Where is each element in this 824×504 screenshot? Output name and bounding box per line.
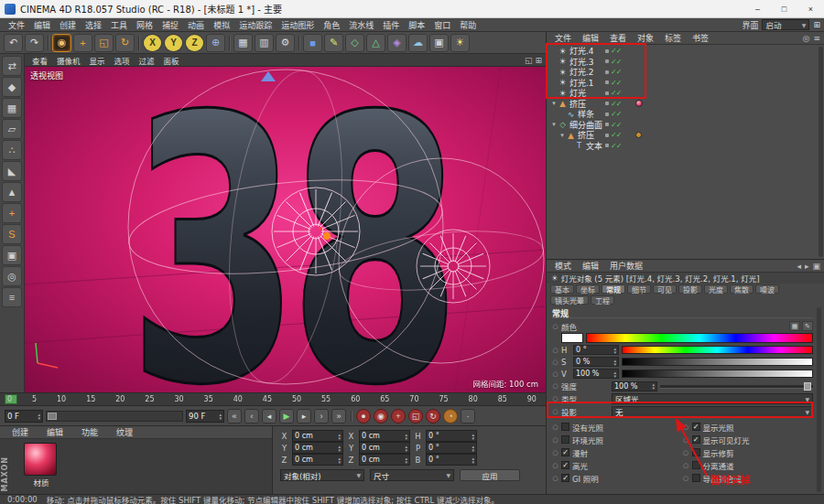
keyframe-dot-icon[interactable]: ○ xyxy=(552,359,558,366)
visibility-dot[interactable] xyxy=(605,102,609,105)
tool-list-button[interactable]: ≡ xyxy=(2,287,22,307)
size-mode-select[interactable]: 尺寸 ▼ xyxy=(370,469,454,481)
option-checkbox[interactable]: ○ ✓ 显示可见灯光 xyxy=(683,434,814,445)
enable-snap-button[interactable]: S xyxy=(2,224,22,244)
object-menu-item[interactable]: 对象 xyxy=(633,32,658,44)
spinner-icon[interactable]: ▴▾ xyxy=(338,433,341,440)
toolbar-button[interactable] xyxy=(46,34,50,52)
material-menu-item[interactable]: 纹理 xyxy=(112,426,137,438)
attribute-tab[interactable]: 坐标 xyxy=(576,284,600,294)
object-label[interactable]: 文本 xyxy=(586,140,602,152)
spinner-icon[interactable]: ▴▾ xyxy=(405,456,407,464)
spinner-icon[interactable]: ▴▾ xyxy=(219,413,222,420)
enable-checks[interactable]: ✓✓ xyxy=(611,68,621,76)
play-forwards-button[interactable]: ▶ xyxy=(279,409,294,424)
attribute-menu-item[interactable]: 编辑 xyxy=(578,260,603,272)
size-field[interactable]: 0 cm▴▾ xyxy=(359,454,410,466)
color-picker-button[interactable]: ✎ xyxy=(802,321,813,331)
menu-item[interactable]: 工具 xyxy=(106,19,132,31)
scrollbar[interactable] xyxy=(817,307,821,492)
scrollbar[interactable] xyxy=(819,47,823,257)
spinner-icon[interactable]: ▴▾ xyxy=(613,359,616,366)
timeline-ruler[interactable]: 051015202530354045505560657075808590 xyxy=(0,392,546,405)
checkbox-box[interactable]: ✓ xyxy=(561,461,569,469)
render-settings-button[interactable]: ⚙ xyxy=(276,34,295,52)
object-menu-item[interactable]: 查看 xyxy=(605,32,631,44)
coordinate-mode-select[interactable]: 对象(相对) ▼ xyxy=(280,469,364,481)
option-checkbox[interactable]: ○ ✓ 显示修剪 xyxy=(683,447,814,457)
search-icon[interactable]: ◎ xyxy=(803,34,810,43)
attribute-tab[interactable]: 工程 xyxy=(591,295,614,305)
saturation-field[interactable]: 0 %▴▾ xyxy=(573,357,619,367)
material-thumbnail[interactable] xyxy=(24,443,57,476)
rotation-field[interactable]: 0 °▴▾ xyxy=(426,442,477,454)
color-swatch[interactable] xyxy=(561,333,583,343)
record-pla-button[interactable]: ∙ xyxy=(461,409,475,424)
object-menu-item[interactable]: 编辑 xyxy=(578,32,603,44)
solo-mode-button[interactable]: ◎ xyxy=(2,266,22,286)
menu-item[interactable]: 角色 xyxy=(319,19,344,31)
option-checkbox[interactable]: ○ ✓ 高光 xyxy=(552,460,683,470)
position-field[interactable]: 0 cm▴▾ xyxy=(292,442,343,454)
attribute-tab[interactable]: 投影 xyxy=(678,284,702,294)
checkbox-box[interactable]: ✓ xyxy=(692,461,700,469)
phong-tag-icon[interactable] xyxy=(635,132,642,138)
history-forward-icon[interactable]: ▸ xyxy=(805,262,809,271)
record-keyframe-button[interactable]: ● xyxy=(356,409,371,424)
move-button[interactable]: + xyxy=(73,34,92,52)
viewport-canvas[interactable]: 38 xyxy=(25,67,546,392)
checkbox-box[interactable]: ✓ xyxy=(692,448,700,456)
enable-checks[interactable]: ✓✓ xyxy=(611,142,621,150)
option-checkbox[interactable]: ○ ✓ 导出到合成 xyxy=(683,473,814,483)
checkbox-box[interactable]: ✓ xyxy=(561,448,569,456)
render-picture-viewer-button[interactable]: ▥ xyxy=(255,34,274,52)
goto-prev-key-button[interactable]: ‹ xyxy=(244,409,259,424)
position-field[interactable]: 0 cm▴▾ xyxy=(292,430,343,442)
polygons-mode-button[interactable]: ▲ xyxy=(2,182,22,202)
attribute-tab[interactable]: 光度 xyxy=(704,284,728,294)
keyframe-dot-icon[interactable]: ○ xyxy=(552,395,558,402)
menu-item[interactable]: 插件 xyxy=(378,19,404,31)
size-field[interactable]: 0 cm▴▾ xyxy=(359,442,410,454)
keyframe-dot-icon[interactable]: ○ xyxy=(552,347,558,354)
expander-icon[interactable]: ▾ xyxy=(558,132,566,139)
rotation-field[interactable]: 0 °▴▾ xyxy=(426,454,477,466)
lock-z-axis-button[interactable]: Z xyxy=(185,34,204,52)
goto-end-button[interactable]: » xyxy=(331,409,346,424)
make-editable-button[interactable]: ⇄ xyxy=(2,56,22,76)
redo-button[interactable]: ↷ xyxy=(25,34,44,52)
menu-item[interactable]: 运动跟踪 xyxy=(234,19,276,31)
menu-item[interactable]: 编辑 xyxy=(29,19,55,31)
enable-checks[interactable]: ✓✓ xyxy=(611,58,621,66)
rotate-button[interactable]: ↻ xyxy=(115,34,135,52)
workplane-mode-button[interactable]: ▱ xyxy=(2,119,22,139)
record-position-button[interactable]: + xyxy=(391,409,406,424)
visibility-dot[interactable] xyxy=(605,134,609,137)
menu-item[interactable]: 帮助 xyxy=(455,19,481,31)
color-spectrum-bar[interactable] xyxy=(586,333,813,343)
apply-button[interactable]: 应用 xyxy=(460,469,520,481)
viewport-menu-item[interactable]: 显示 xyxy=(86,55,109,66)
checkbox-box[interactable]: ✓ xyxy=(692,474,700,482)
hue-slider[interactable] xyxy=(622,346,813,354)
add-cube-button[interactable]: ■ xyxy=(303,34,322,52)
attribute-menu-item[interactable]: 用户数据 xyxy=(605,260,647,272)
material-name[interactable]: 材质 xyxy=(24,477,59,488)
add-spline-button[interactable]: ✎ xyxy=(324,34,343,52)
add-camera-button[interactable]: ▣ xyxy=(429,34,449,52)
layout-grid-icon[interactable]: ⊞ xyxy=(813,20,820,29)
enable-checks[interactable]: ✓✓ xyxy=(611,110,621,118)
rotation-field[interactable]: 0 °▴▾ xyxy=(426,430,477,442)
history-back-icon[interactable]: ◂ xyxy=(797,262,801,271)
visibility-dot[interactable] xyxy=(605,123,609,126)
menu-item[interactable]: 选择 xyxy=(81,19,106,31)
material-tag-icon[interactable] xyxy=(635,100,643,107)
current-frame-field[interactable]: 0 F ▴▾ xyxy=(5,410,43,423)
option-checkbox[interactable]: ○ ✓ 漫射 xyxy=(552,447,683,457)
spinner-icon[interactable]: ▴▾ xyxy=(472,445,474,452)
edges-mode-button[interactable]: ◣ xyxy=(2,161,22,181)
keyframe-dot-icon[interactable]: ○ xyxy=(552,382,558,390)
record-parameter-button[interactable]: ◔ xyxy=(443,409,458,424)
position-field[interactable]: 0 cm▴▾ xyxy=(292,454,343,466)
value-slider[interactable] xyxy=(622,370,813,378)
